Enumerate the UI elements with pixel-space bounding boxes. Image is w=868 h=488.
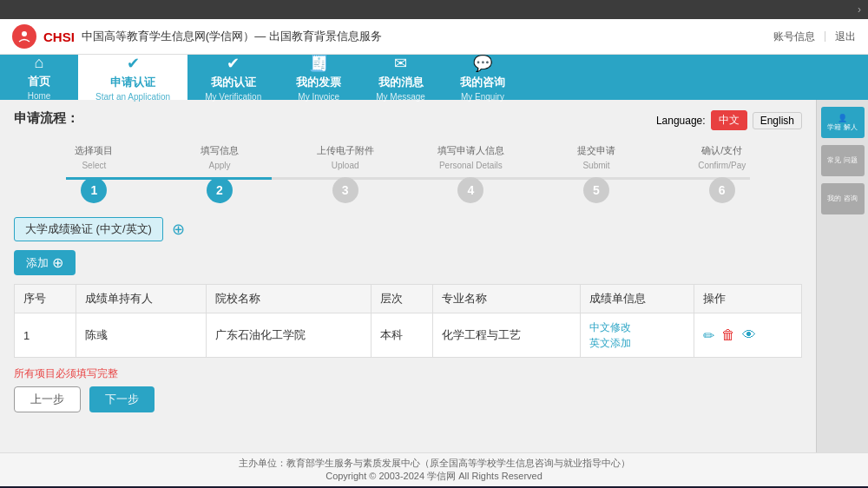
delete-icon[interactable]: 🗑 [721,327,735,343]
sidebar-consult-label: 我的 咨询 [827,195,857,203]
cell-num: 1 [15,313,76,358]
nav-enquiry-cn: 我的咨询 [460,75,505,90]
step-3-circle: 3 [332,177,358,203]
edit-cn-link[interactable]: 中文修改 [589,320,684,335]
sidebar-account-icon: 👤 [838,114,847,123]
verify-icon: ✔ [227,54,240,73]
edit-icon[interactable]: ✏ [703,327,714,344]
table-row: 1 陈彧 广东石油化工学院 本科 化学工程与工艺 中文修改 英文添加 ✏ 🗑 👁 [15,313,802,358]
site-logo-text: CHSI [43,30,75,44]
add-record-button[interactable]: 添加 ⊕ [14,250,76,275]
language-label: Language: [656,115,706,127]
col-action: 操作 [694,285,801,313]
language-selector: Language: 中文 English [656,110,802,130]
nav-invoice-cn: 我的发票 [296,75,341,90]
nav-apply-en: Start an Application [95,92,170,102]
col-major: 专业名称 [433,285,581,313]
nav-enquiry[interactable]: 💬 我的咨询 My Enquiry [443,55,523,100]
step-4: 填写申请人信息 Personal Details 4 [408,144,534,203]
step-5-cn: 提交申请 [577,144,615,157]
nav-home[interactable]: ⌂ 首页 Home [0,55,78,100]
col-school: 院校名称 [207,285,372,313]
nav-verify[interactable]: ✔ 我的认证 My Verification [187,55,279,100]
lang-en-button[interactable]: English [753,112,802,129]
nav-verify-cn: 我的认证 [211,75,256,90]
nav-enquiry-en: My Enquiry [461,92,504,102]
cell-major: 化学工程与工艺 [433,313,581,358]
nav-invoice-en: My Invoice [298,92,339,102]
sidebar-faq-label: 常见 问题 [827,156,857,165]
step-2: 填写信息 Apply 2 [157,144,283,203]
step-5-en: Submit [582,161,609,170]
site-logo: CHSI 中国高等教育学生信息网(学信网）— 出国教育背景信息服务 [12,24,382,49]
prev-button[interactable]: 上一步 [14,386,81,412]
step-6-cn: 确认/支付 [701,144,742,157]
tab-add-icon[interactable]: ⊕ [172,220,185,239]
step-4-en: Personal Details [439,161,503,170]
step-2-en: Apply [209,161,231,170]
step-5-circle: 5 [583,177,609,203]
header-divider: | [824,30,826,44]
step-4-cn: 填写申请人信息 [437,144,504,157]
add-label: 添加 [26,255,49,271]
sidebar-consult-btn[interactable]: 我的 咨询 [821,183,865,214]
nav-message[interactable]: ✉ 我的消息 My Message [358,55,443,100]
browser-forward-arrow[interactable]: › [858,3,861,16]
step-1-en: Select [82,161,106,170]
nav-apply-cn: 申请认证 [110,75,155,90]
apply-icon: ✔ [127,54,140,73]
account-info-link[interactable]: 账号信息 [773,30,815,44]
step-1: 选择项目 Select 1 [31,144,157,203]
nav-verify-en: My Verification [205,92,261,102]
enquiry-icon: 💬 [473,54,492,73]
content-area: Language: 中文 English 申请流程： 选择项目 Select 1… [0,100,816,452]
footer-line1: 主办单位：教育部学生服务与素质发展中心（原全国高等学校学生信息咨询与就业指导中心… [3,457,865,470]
tab-section: 大学成绩验证 (中文/英文) ⊕ [14,217,802,241]
nav-invoice[interactable]: 🧾 我的发票 My Invoice [279,55,358,100]
cell-level: 本科 [372,313,433,358]
records-table: 序号 成绩单持有人 院校名称 层次 专业名称 成绩单信息 操作 1 陈彧 广东石… [14,284,802,358]
logout-link[interactable]: 退出 [835,30,856,44]
nav-home-cn: 首页 [28,74,50,89]
nav-message-cn: 我的消息 [378,75,424,90]
invoice-icon: 🧾 [309,54,328,73]
site-title: 中国高等教育学生信息网(学信网）— 出国教育背景信息服务 [82,29,382,44]
lang-cn-button[interactable]: 中文 [711,110,747,130]
step-6-en: Confirm/Pay [698,161,746,170]
steps-container: 选择项目 Select 1 填写信息 Apply 2 上传电子附件 Upload… [14,144,802,203]
nav-apply[interactable]: ✔ 申请认证 Start an Application [78,55,187,100]
cell-school: 广东石油化工学院 [207,313,372,358]
main-content: Language: 中文 English 申请流程： 选择项目 Select 1… [0,100,868,452]
edit-en-link[interactable]: 英文添加 [589,335,684,351]
step-4-circle: 4 [457,177,483,203]
view-icon[interactable]: 👁 [742,327,756,343]
home-icon: ⌂ [35,54,44,72]
step-6: 确认/支付 Confirm/Pay 6 [659,144,785,203]
footer-line2: Copyright © 2003-2024 学信网 All Rights Res… [3,470,865,483]
chsi-logo-icon [12,24,36,49]
svg-point-0 [22,31,27,36]
bottom-buttons: 上一步 下一步 [14,386,802,412]
step-3-en: Upload [332,161,359,170]
nav-home-en: Home [28,91,51,101]
step-2-circle: 2 [207,177,233,203]
col-holder: 成绩单持有人 [76,285,207,313]
step-1-circle: 1 [81,177,107,203]
add-icon: ⊕ [52,254,63,271]
message-icon: ✉ [394,54,407,73]
notice-text: 所有项目必须填写完整 [14,366,802,381]
site-footer: 主办单位：教育部学生服务与素质发展中心（原全国高等学校学生信息咨询与就业指导中心… [0,452,868,486]
sidebar-account-btn[interactable]: 👤 学籍 解人 [821,107,865,138]
nav-message-en: My Message [376,92,425,102]
sidebar-account-label: 学籍 解人 [827,123,857,132]
next-button[interactable]: 下一步 [89,386,155,412]
sidebar-faq-btn[interactable]: 常见 问题 [821,145,865,176]
right-sidebar: 👤 学籍 解人 常见 问题 我的 咨询 [816,100,868,452]
step-2-cn: 填写信息 [201,144,239,157]
cell-holder: 陈彧 [76,313,207,358]
step-3-cn: 上传电子附件 [317,144,374,157]
col-level: 层次 [372,285,433,313]
col-num: 序号 [15,285,76,313]
transcript-tab[interactable]: 大学成绩验证 (中文/英文) [14,217,163,241]
main-nav: ⌂ 首页 Home ✔ 申请认证 Start an Application ✔ … [0,55,868,100]
